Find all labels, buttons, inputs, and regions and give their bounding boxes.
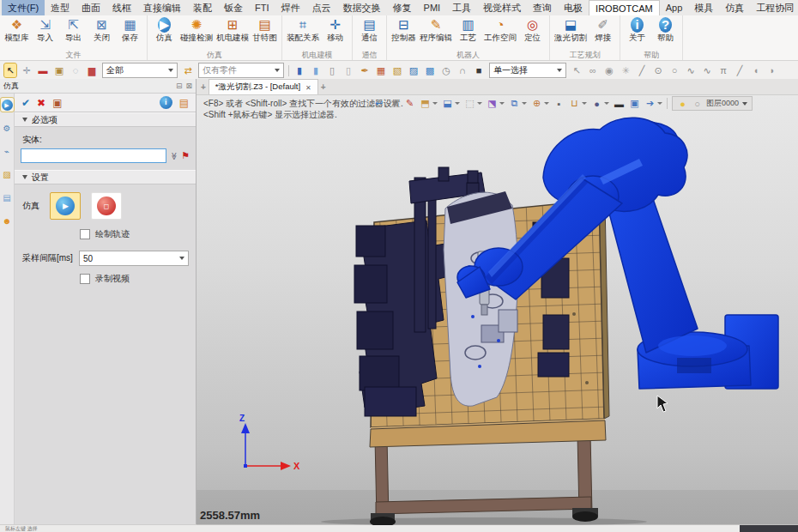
sim-dock-tab[interactable]: ▶ xyxy=(1,98,14,112)
pin-tab-icon[interactable] xyxy=(201,80,206,94)
close-tab-icon[interactable] xyxy=(305,82,311,92)
dropdown-caret-icon[interactable] xyxy=(582,102,587,105)
gantt-chart-button[interactable]: ▤甘特图 xyxy=(251,16,279,43)
pick-arrow-icon[interactable]: ↖ xyxy=(571,63,583,77)
folder-image-icon[interactable]: ▧ xyxy=(391,63,403,77)
clamp-icon[interactable]: ⊔ xyxy=(569,97,580,110)
slash-icon[interactable]: ╱ xyxy=(636,63,648,77)
menu-item-0[interactable]: 文件(F) xyxy=(2,0,45,15)
dropdown-caret-icon[interactable] xyxy=(477,102,482,105)
assembly-relation-button[interactable]: ⌗装配关系 xyxy=(285,16,321,43)
export-button[interactable]: ⇱导出 xyxy=(59,16,88,43)
menu-item-7[interactable]: FTI xyxy=(249,0,275,15)
pick-hand-icon[interactable]: ➤ xyxy=(389,97,400,110)
photo-dock-tab[interactable]: ▤ xyxy=(1,190,14,204)
clock-icon[interactable]: ◷ xyxy=(440,63,452,77)
plus-icon[interactable]: ✛ xyxy=(21,63,33,77)
menu-item-4[interactable]: 直接编辑 xyxy=(137,0,187,15)
menu-item-15[interactable]: 查询 xyxy=(527,0,558,15)
move-button[interactable]: ✛移动 xyxy=(321,16,349,43)
back-icon[interactable]: ↩ xyxy=(373,97,384,110)
minimize-panel-icon[interactable] xyxy=(176,82,183,90)
mechatronic-model-button[interactable]: ⊞机电建模 xyxy=(215,16,251,43)
face-left-icon[interactable]: ◖ xyxy=(750,63,762,77)
image-icon[interactable]: ▨ xyxy=(408,63,420,77)
dropdown-caret-icon[interactable] xyxy=(522,102,527,105)
menu-item-10[interactable]: 数据交换 xyxy=(337,0,387,15)
pen-icon[interactable]: ✒ xyxy=(359,63,371,77)
save-button[interactable]: ▦保存 xyxy=(116,16,144,43)
document-tab[interactable]: *激光切割.Z3 - [Default] xyxy=(209,79,318,94)
book-icon[interactable]: ▩ xyxy=(424,63,436,77)
close-doc-button[interactable]: ⊠关闭 xyxy=(88,16,116,43)
record-video-checkbox[interactable] xyxy=(80,274,90,284)
dot-icon[interactable]: ▪ xyxy=(553,97,565,110)
dropdown-caret-icon[interactable] xyxy=(604,102,609,105)
sample-interval-dropdown[interactable]: 50 xyxy=(79,251,189,266)
cube-white-icon[interactable]: ⬚ xyxy=(464,97,475,110)
menu-item-6[interactable]: 钣金 xyxy=(218,0,249,15)
circle-select-icon[interactable]: ◌ xyxy=(70,63,82,77)
swap-icon[interactable]: ⇄ xyxy=(182,63,194,77)
select-cursor-icon[interactable]: ↖ xyxy=(4,63,16,77)
settings-section-header[interactable]: 设置 xyxy=(15,170,196,184)
circle-dot-icon[interactable]: ⊙ xyxy=(652,63,664,77)
person-dock-tab[interactable]: ☻ xyxy=(1,214,14,227)
part-tag-icon[interactable]: ▯ xyxy=(326,63,338,77)
play-simulation-button[interactable] xyxy=(50,192,81,220)
menu-item-14[interactable]: 视觉样式 xyxy=(477,0,527,15)
menu-item-1[interactable]: 造型 xyxy=(45,0,76,15)
program-edit-button[interactable]: ✎程序编辑 xyxy=(418,16,454,43)
cube-tan-icon[interactable]: ⬒ xyxy=(420,97,431,110)
part-light-icon[interactable]: ▮ xyxy=(310,63,322,77)
stop-square-icon[interactable]: ■ xyxy=(473,63,485,77)
laser-cut-button[interactable]: ⬓激光切割 xyxy=(553,16,589,43)
menu-item-2[interactable]: 曲面 xyxy=(76,0,106,15)
page-icon[interactable] xyxy=(179,97,189,109)
image-dock-tab[interactable]: ▨ xyxy=(1,167,14,181)
apply-icon[interactable] xyxy=(52,97,62,109)
chain-icon[interactable]: ∞ xyxy=(587,63,599,77)
part-blue-icon[interactable]: ▮ xyxy=(293,63,305,77)
menu-item-9[interactable]: 点云 xyxy=(306,0,337,15)
dash-icon[interactable]: ▬ xyxy=(614,97,625,110)
dropdown-caret-icon[interactable] xyxy=(499,102,505,105)
cancel-x-icon[interactable] xyxy=(37,97,45,109)
window-icon[interactable]: ⧉ xyxy=(509,97,520,110)
cube-blue-icon[interactable]: ⬓ xyxy=(442,97,453,110)
sphere-icon[interactable]: ● xyxy=(591,97,602,110)
stop-simulation-button[interactable] xyxy=(91,192,122,220)
about-button[interactable]: i关于 xyxy=(623,16,651,43)
calendar-icon[interactable]: ▦ xyxy=(375,63,387,77)
sine-icon[interactable]: ∿ xyxy=(701,63,713,77)
locate-button[interactable]: ◎定位 xyxy=(518,16,547,43)
pi-icon[interactable]: π xyxy=(717,63,729,77)
selection-mode-dropdown[interactable]: 单一选择 xyxy=(489,63,566,78)
entity-input[interactable] xyxy=(21,148,166,163)
layer-dropdown[interactable]: ●○图层0000 xyxy=(672,96,753,111)
dropdown-caret-icon[interactable] xyxy=(544,102,549,105)
cube-color-icon[interactable]: ⬔ xyxy=(487,97,498,110)
process-button[interactable]: ▥工艺 xyxy=(454,16,482,43)
face-right-icon[interactable]: ◗ xyxy=(766,63,778,77)
model-library-button[interactable]: ❖模型库 xyxy=(3,16,31,43)
menu-item-11[interactable]: 修复 xyxy=(387,0,418,15)
communication-button[interactable]: ▤通信 xyxy=(355,16,384,43)
dropdown-caret-icon[interactable] xyxy=(455,102,460,105)
loop-icon[interactable]: ∩ xyxy=(456,63,469,77)
info-icon[interactable]: i xyxy=(160,96,172,109)
chart-filter-icon[interactable]: ▆ xyxy=(86,63,98,77)
paste-special-icon[interactable]: ▣ xyxy=(53,63,65,77)
draw-trajectory-checkbox[interactable] xyxy=(80,229,90,239)
menu-item-16[interactable]: 电极 xyxy=(558,0,589,15)
menu-item-13[interactable]: 工具 xyxy=(446,0,477,15)
new-tab-icon[interactable] xyxy=(321,80,326,94)
menu-item-17[interactable]: IROBOTCAM xyxy=(589,0,660,15)
pick-entity-icon[interactable] xyxy=(181,150,190,161)
controller-button[interactable]: ⊟控制器 xyxy=(390,16,418,43)
menu-item-5[interactable]: 装配 xyxy=(187,0,218,15)
parts-filter-dropdown[interactable]: 仅有零件 xyxy=(198,63,284,78)
plug-dock-tab[interactable]: ⌁ xyxy=(1,144,14,158)
menu-item-18[interactable]: App xyxy=(660,0,689,15)
menu-item-3[interactable]: 线框 xyxy=(106,0,137,15)
